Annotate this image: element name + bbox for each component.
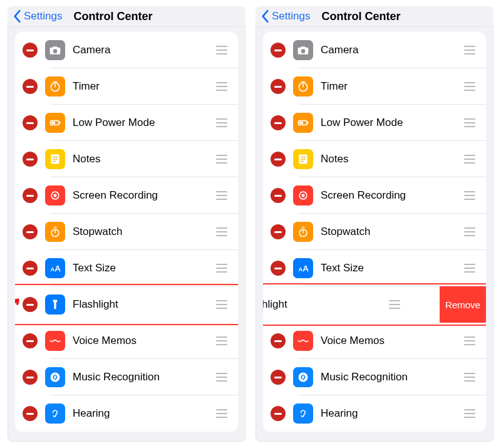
control-row[interactable]: Low Power Mode <box>263 105 486 141</box>
row-label: Low Power Mode <box>73 117 207 129</box>
control-row-swiped[interactable]: Flashlight Remove <box>263 286 486 323</box>
row-label: Camera <box>321 44 455 56</box>
chevron-left-icon <box>13 9 21 23</box>
row-label: Text Size <box>73 262 207 274</box>
control-row[interactable]: Screen Recording <box>263 177 486 214</box>
control-row[interactable]: Hearing <box>263 395 486 432</box>
remove-button[interactable] <box>23 224 38 239</box>
drag-handle[interactable] <box>462 214 486 250</box>
drag-handle[interactable] <box>462 359 486 395</box>
remove-button[interactable] <box>23 188 38 203</box>
control-row[interactable]: Low Power Mode <box>15 105 238 141</box>
remove-button[interactable] <box>271 115 286 130</box>
control-row[interactable]: Notes <box>15 141 238 177</box>
control-row[interactable]: Hearing <box>15 395 238 432</box>
remove-button[interactable] <box>271 333 286 348</box>
control-row[interactable]: Timer <box>263 68 486 105</box>
page-title: Control Center <box>73 10 152 23</box>
control-row[interactable]: Voice Memos <box>15 323 238 359</box>
control-row[interactable]: Screen Recording <box>15 177 238 214</box>
remove-button[interactable] <box>23 152 38 167</box>
remove-button[interactable] <box>23 261 38 276</box>
drag-handle[interactable] <box>462 32 486 68</box>
back-label: Settings <box>24 10 62 23</box>
control-row[interactable]: Text Size <box>15 250 238 286</box>
row-label: Music Recognition <box>73 371 207 383</box>
remove-button[interactable] <box>23 115 38 130</box>
remove-button[interactable] <box>271 43 286 58</box>
remove-button[interactable] <box>23 43 38 58</box>
row-label: Timer <box>321 80 455 93</box>
battery-icon <box>293 113 313 133</box>
remove-button[interactable] <box>23 79 38 94</box>
drag-handle[interactable] <box>214 32 238 68</box>
drag-handle[interactable] <box>214 359 238 395</box>
flashlight-icon <box>45 294 65 315</box>
row-label: Flashlight <box>73 298 207 311</box>
control-row[interactable]: Voice Memos <box>263 323 486 359</box>
drag-handle[interactable] <box>214 105 238 141</box>
drag-handle[interactable] <box>462 68 486 105</box>
drag-handle[interactable] <box>214 141 238 177</box>
timer-icon <box>45 76 65 96</box>
controls-list: Camera Timer Low Power Mode Notes Screen… <box>8 27 245 442</box>
control-row[interactable]: Stopwatch <box>15 214 238 250</box>
remove-button[interactable] <box>23 333 38 348</box>
remove-button[interactable] <box>271 261 286 276</box>
control-row[interactable]: Stopwatch <box>263 214 486 250</box>
remove-button[interactable] <box>23 297 38 312</box>
drag-handle[interactable] <box>214 286 238 323</box>
remove-button[interactable] <box>23 370 38 385</box>
row-label: Hearing <box>73 407 207 420</box>
drag-handle[interactable] <box>462 177 486 214</box>
stopwatch-icon <box>293 222 313 242</box>
back-button[interactable]: Settings <box>10 9 62 23</box>
swipe-remove-button[interactable]: Remove <box>440 286 486 323</box>
timer-icon <box>293 76 313 96</box>
drag-handle[interactable] <box>462 395 486 432</box>
row-label: Flashlight <box>263 298 380 311</box>
control-row[interactable]: Timer <box>15 68 238 105</box>
back-button[interactable]: Settings <box>258 9 310 23</box>
remove-button[interactable] <box>271 370 286 385</box>
control-row[interactable]: Text Size <box>263 250 486 286</box>
drag-handle[interactable] <box>462 323 486 359</box>
remove-button[interactable] <box>271 152 286 167</box>
control-row[interactable]: Flashlight <box>15 286 238 323</box>
drag-handle[interactable] <box>214 214 238 250</box>
control-row[interactable]: Camera <box>263 32 486 68</box>
ear-icon <box>293 404 313 424</box>
drag-handle[interactable] <box>462 141 486 177</box>
remove-button[interactable] <box>271 406 286 421</box>
row-label: Music Recognition <box>321 371 455 383</box>
voice-icon <box>293 331 313 351</box>
annotation-arrow-icon <box>15 294 23 315</box>
control-row[interactable]: Notes <box>263 141 486 177</box>
highlighted-row: Flashlight <box>15 286 238 323</box>
shazam-icon <box>293 367 313 387</box>
row-label: Voice Memos <box>321 335 455 347</box>
remove-button[interactable] <box>23 406 38 421</box>
remove-button[interactable] <box>271 224 286 239</box>
drag-handle[interactable] <box>387 286 411 323</box>
row-label: Stopwatch <box>73 226 207 238</box>
remove-button[interactable] <box>271 188 286 203</box>
remove-button[interactable] <box>271 79 286 94</box>
row-label: Voice Memos <box>73 335 207 347</box>
drag-handle[interactable] <box>214 68 238 105</box>
control-row[interactable]: Music Recognition <box>263 359 486 395</box>
drag-handle[interactable] <box>462 105 486 141</box>
record-icon <box>45 185 65 206</box>
control-row[interactable]: Camera <box>15 32 238 68</box>
control-row[interactable]: Music Recognition <box>15 359 238 395</box>
drag-handle[interactable] <box>214 323 238 359</box>
drag-handle[interactable] <box>462 250 486 286</box>
stopwatch-icon <box>45 222 65 242</box>
camera-icon <box>45 40 65 60</box>
voice-icon <box>45 331 65 351</box>
row-label: Notes <box>73 153 207 165</box>
drag-handle[interactable] <box>214 395 238 432</box>
drag-handle[interactable] <box>214 177 238 214</box>
drag-handle[interactable] <box>214 250 238 286</box>
notes-icon <box>45 149 65 169</box>
